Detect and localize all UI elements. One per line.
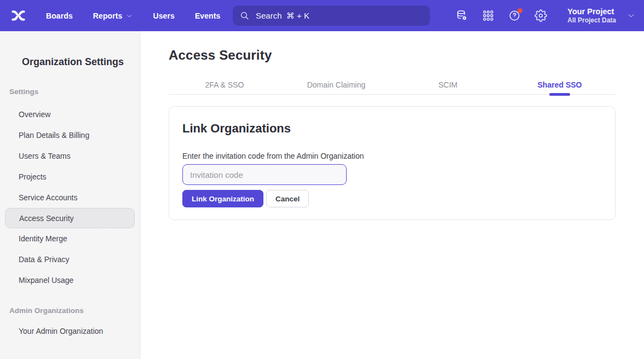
sidebar-item-identity-merge[interactable]: Identity Merge	[0, 228, 140, 249]
data-management-icon[interactable]	[456, 9, 468, 22]
invitation-code-input[interactable]	[182, 164, 347, 185]
sidebar-item-service-accounts[interactable]: Service Accounts	[0, 187, 140, 208]
settings-gear-icon[interactable]	[534, 9, 547, 22]
nav-boards[interactable]: Boards	[46, 11, 73, 20]
sidebar-item-overview[interactable]: Overview	[0, 104, 140, 125]
tab-bar: 2FA & SSO Domain Claiming SCIM Shared SS…	[169, 77, 616, 95]
primary-nav: Boards Reports Users Events	[46, 11, 240, 20]
sidebar-item-projects[interactable]: Projects	[0, 166, 140, 187]
search-input[interactable]: Search ⌘ + K	[233, 5, 430, 26]
tab-scim[interactable]: SCIM	[392, 77, 504, 94]
org-settings-sidebar: Organization Settings Settings Overview …	[0, 31, 140, 359]
card-actions: Link Organization Cancel	[182, 190, 602, 207]
sidebar-item-plan-details-billing[interactable]: Plan Details & Billing	[0, 125, 140, 146]
sidebar-item-access-security[interactable]: Access Security	[5, 208, 135, 228]
help-icon[interactable]	[508, 9, 521, 22]
link-organizations-card: Link Organizations Enter the invitation …	[169, 106, 616, 220]
sidebar-title: Organization Settings	[0, 31, 140, 68]
nav-events[interactable]: Events	[195, 11, 221, 20]
chevron-down-icon	[627, 11, 635, 20]
nav-reports-label: Reports	[93, 11, 123, 20]
section-header-admin-organizations: Admin Organizations	[9, 306, 140, 315]
sidebar-item-data-privacy[interactable]: Data & Privacy	[0, 249, 140, 270]
search-placeholder: Search ⌘ + K	[256, 11, 309, 21]
mixpanel-logo-icon	[10, 7, 27, 24]
chevron-down-icon	[126, 13, 133, 19]
section-header-settings: Settings	[9, 87, 140, 96]
sidebar-item-mixpanel-usage[interactable]: Mixpanel Usage	[0, 270, 140, 291]
page-title: Access Security	[169, 48, 616, 63]
main-content: Access Security 2FA & SSO Domain Claimin…	[140, 31, 644, 359]
apps-grid-icon[interactable]	[482, 9, 495, 22]
search-icon	[240, 11, 250, 21]
settings-nav-list: Overview Plan Details & Billing Users & …	[0, 104, 140, 291]
project-subtitle: All Project Data	[567, 16, 616, 25]
admin-orgs-nav-list: Your Admin Organization	[0, 321, 140, 341]
project-name: Your Project	[567, 7, 616, 16]
sidebar-item-your-admin-organization[interactable]: Your Admin Organization	[0, 321, 140, 341]
navbar-right-cluster: Your Project All Project Data	[456, 0, 635, 31]
project-selector[interactable]: Your Project All Project Data	[567, 7, 635, 25]
nav-reports[interactable]: Reports	[93, 11, 133, 20]
tab-domain-claiming[interactable]: Domain Claiming	[280, 77, 392, 94]
invitation-code-instructions: Enter the invitation code from the Admin…	[182, 152, 602, 161]
mixpanel-logo[interactable]	[10, 7, 27, 24]
cancel-button[interactable]: Cancel	[266, 190, 309, 207]
sidebar-item-users-teams[interactable]: Users & Teams	[0, 146, 140, 166]
tab-shared-sso[interactable]: Shared SSO	[504, 77, 616, 94]
top-navbar: Boards Reports Users Events Search ⌘ + K	[0, 0, 644, 31]
notification-dot	[518, 8, 522, 13]
card-title: Link Organizations	[182, 121, 602, 136]
tab-2fa-sso[interactable]: 2FA & SSO	[169, 77, 280, 94]
link-organization-button[interactable]: Link Organization	[182, 190, 263, 207]
nav-users[interactable]: Users	[153, 11, 174, 20]
